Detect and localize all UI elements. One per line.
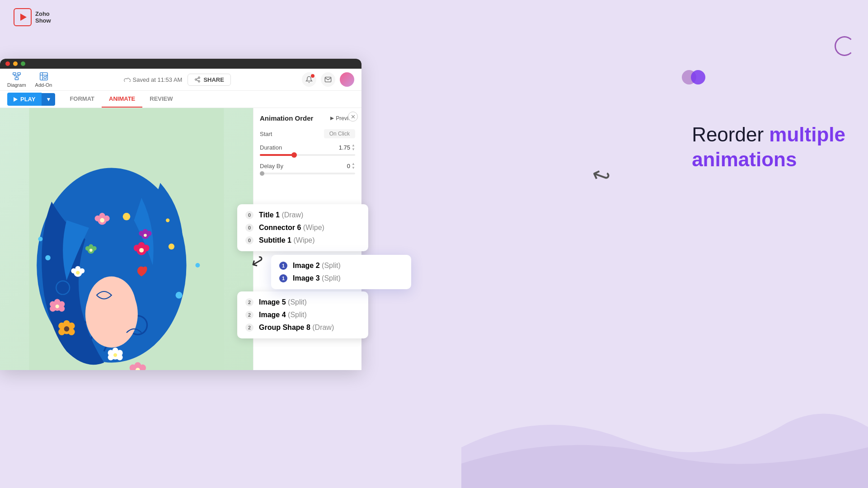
logo-icon (14, 8, 32, 26)
svg-point-31 (76, 271, 80, 274)
window-minimize[interactable] (13, 61, 18, 66)
promo-highlight: multiple (769, 123, 845, 145)
anim-item-subtitle1: 0 Subtitle 1 (Wipe) (245, 234, 360, 247)
tab-format[interactable]: FORMAT (62, 91, 102, 108)
duration-header: Duration 1.75 ▲ ▼ (260, 144, 355, 151)
svg-point-59 (89, 244, 93, 249)
tab-review[interactable]: REVIEW (142, 91, 180, 108)
svg-point-78 (166, 218, 169, 222)
anim-name-image3: Image 3 (Split) (293, 274, 341, 282)
delay-value-box: 0 ▲ ▼ (347, 162, 355, 170)
promo-text: Reorder multiple animations (692, 122, 845, 172)
share-label: SHARE (203, 76, 224, 83)
delay-label: Delay By (260, 163, 283, 169)
anim-item-connector6: 0 Connector 6 (Wipe) (245, 221, 360, 234)
svg-point-7 (44, 76, 47, 79)
duration-row: Duration 1.75 ▲ ▼ (260, 144, 355, 156)
svg-point-55 (144, 234, 147, 237)
share-button[interactable]: SHARE (188, 74, 231, 86)
svg-point-64 (176, 292, 183, 299)
anim-item-title1: 0 Title 1 (Draw) (245, 209, 360, 221)
mail-button[interactable] (321, 72, 335, 87)
svg-point-36 (139, 248, 144, 253)
promo-line1: Reorder (692, 123, 769, 145)
anim-item-image2: 1 Image 2 (Split) (279, 259, 403, 272)
diagram-tool[interactable]: Diagram (7, 71, 26, 88)
window-close[interactable] (5, 61, 10, 66)
addon-label: Add-On (35, 82, 52, 88)
start-value: On Click (324, 129, 355, 138)
slide-illustration (0, 108, 253, 370)
delay-slider-track[interactable] (260, 173, 355, 174)
panel-title: Animation Order (260, 114, 313, 122)
anim-num-2b: 2 (245, 311, 253, 319)
duration-slider-track[interactable] (260, 154, 355, 156)
anim-name-subtitle1: Subtitle 1 (Wipe) (259, 236, 315, 244)
anim-item-image5: 2 Image 5 (Split) (245, 296, 360, 309)
svg-line-12 (197, 80, 198, 81)
play-button[interactable]: PLAY (7, 93, 42, 106)
svg-point-47 (113, 347, 118, 353)
toolbar-left: Diagram Add-On (7, 71, 52, 88)
svg-point-70 (59, 305, 65, 311)
svg-rect-2 (15, 78, 18, 80)
anim-name-connector6: Connector 6 (Wipe) (259, 224, 324, 232)
animation-group-1: 0 Title 1 (Draw) 0 Connector 6 (Wipe) 0 … (237, 204, 368, 251)
svg-rect-0 (13, 73, 16, 75)
toolbar: Diagram Add-On Saved at 11:53 AM (0, 69, 361, 91)
top-right-decoration (835, 36, 854, 56)
tab-bar: PLAY ▼ FORMAT ANIMATE REVIEW (0, 91, 361, 108)
svg-point-68 (54, 299, 60, 305)
saved-text: Saved at 11:53 AM (133, 76, 183, 83)
brand-name: Zoho (35, 10, 51, 17)
duration-label: Duration (260, 144, 282, 151)
svg-point-43 (64, 326, 70, 332)
svg-point-54 (143, 229, 148, 235)
svg-point-77 (38, 237, 42, 241)
anim-name-groupshape8: Group Shape 8 (Draw) (259, 324, 334, 332)
anim-num-0c: 0 (245, 236, 253, 244)
svg-point-69 (50, 305, 56, 311)
play-triangle-icon (14, 97, 18, 102)
tab-animate[interactable]: ANIMATE (102, 91, 142, 108)
anim-num-1a: 1 (279, 262, 287, 270)
svg-point-30 (75, 266, 80, 272)
delay-slider-thumb[interactable] (260, 171, 264, 176)
notification-dot (311, 74, 314, 78)
addon-tool[interactable]: Add-On (35, 71, 52, 88)
product-name: Show (35, 17, 51, 24)
panel-header: Animation Order Preview (260, 114, 355, 122)
svg-point-62 (169, 244, 174, 249)
toggle-right (691, 70, 705, 84)
animation-group-3: 2 Image 5 (Split) 2 Image 4 (Split) 2 Gr… (237, 291, 368, 338)
play-dropdown-button[interactable]: ▼ (42, 93, 55, 106)
close-panel-button[interactable]: ✕ (348, 112, 358, 122)
diagram-label: Diagram (7, 82, 26, 88)
avatar[interactable] (340, 72, 354, 87)
window-maximize[interactable] (21, 61, 25, 66)
svg-point-26 (100, 218, 104, 223)
delay-arrows: ▲ ▼ (352, 162, 355, 170)
anim-name-image4: Image 4 (Split) (259, 311, 307, 319)
svg-rect-1 (18, 73, 20, 75)
duration-arrows: ▲ ▼ (352, 144, 355, 151)
delay-header: Delay By 0 ▲ ▼ (260, 162, 355, 170)
saved-indicator: Saved at 11:53 AM (123, 76, 183, 83)
start-row: Start On Click (260, 129, 355, 138)
notification-button[interactable] (302, 72, 316, 87)
svg-line-13 (197, 78, 198, 79)
anim-name-image5: Image 5 (Split) (259, 298, 307, 306)
duration-slider-thumb[interactable] (291, 152, 297, 158)
svg-point-11 (198, 80, 200, 82)
toolbar-center: Saved at 11:53 AM SHARE (123, 74, 231, 86)
mail-icon (324, 76, 332, 83)
anim-item-image3: 1 Image 3 (Split) (279, 272, 403, 285)
svg-point-40 (63, 320, 70, 327)
svg-point-35 (138, 242, 145, 249)
anim-item-groupshape8: 2 Group Shape 8 (Draw) (245, 321, 360, 334)
svg-point-61 (123, 213, 131, 221)
canvas-area (0, 108, 253, 370)
toolbar-right (302, 72, 354, 87)
animation-group-2: 1 Image 2 (Split) 1 Image 3 (Split) (271, 255, 411, 289)
svg-point-49 (117, 354, 122, 360)
